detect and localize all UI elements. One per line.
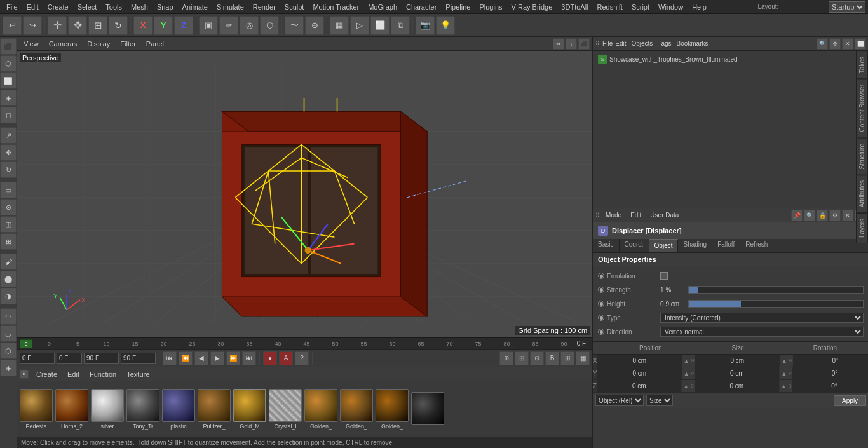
psr-z-pos[interactable] bbox=[597, 380, 682, 392]
draw-button[interactable]: ✏ bbox=[219, 16, 238, 35]
transport-extra-3[interactable]: ⊙ bbox=[530, 351, 544, 365]
transport-play-rev-button[interactable]: ◀ bbox=[194, 351, 208, 365]
vp-icon-2[interactable]: ↕ bbox=[566, 38, 577, 50]
transport-end-button[interactable]: ⏭ bbox=[242, 351, 256, 365]
attr-edit-menu[interactable]: Edit bbox=[627, 210, 644, 220]
material-golden-1[interactable]: Golden_ bbox=[304, 389, 337, 430]
rtab-takes[interactable]: Takes bbox=[856, 51, 868, 79]
attr-tab-refresh[interactable]: Refresh bbox=[740, 239, 773, 252]
stop-btn[interactable]: ⬜ bbox=[370, 16, 390, 35]
lt-sel-4[interactable]: ⊞ bbox=[0, 233, 17, 250]
y-axis-button[interactable]: Y bbox=[154, 16, 173, 35]
rtab-content-browser[interactable]: Content Browser bbox=[856, 79, 868, 137]
menu-motion-tracker[interactable]: Motion Tracker bbox=[309, 2, 363, 12]
transport-start-button[interactable]: ⏮ bbox=[163, 351, 177, 365]
transport-current-field[interactable] bbox=[57, 353, 82, 364]
attr-height-radio[interactable] bbox=[598, 301, 604, 307]
lt-tool-3[interactable]: ↻ bbox=[0, 161, 17, 178]
material-pedesta[interactable]: Pedesta bbox=[20, 389, 53, 430]
menu-sculpt[interactable]: Sculpt bbox=[281, 2, 308, 12]
lt-paint-2[interactable]: ⬤ bbox=[0, 271, 17, 287]
lt-paint-3[interactable]: ◑ bbox=[0, 288, 17, 304]
transport-record-button[interactable]: ● bbox=[263, 351, 277, 365]
attr-direction-dropdown[interactable]: Vertex normal bbox=[660, 327, 864, 337]
transport-prev-button[interactable]: ⏪ bbox=[179, 351, 193, 365]
material-crystal[interactable]: Crystal_l bbox=[269, 389, 302, 430]
psr-y-rot[interactable] bbox=[792, 367, 868, 379]
attr-search-button[interactable]: 🔍 bbox=[804, 210, 815, 221]
attr-settings-button[interactable]: ⚙ bbox=[829, 210, 841, 221]
lt-sculpt-3[interactable]: ⬡ bbox=[0, 343, 17, 359]
menu-vray[interactable]: V-Ray Bridge bbox=[508, 2, 557, 12]
attr-emulation-checkbox[interactable] bbox=[660, 272, 668, 280]
attr-strength-slider[interactable] bbox=[688, 286, 864, 294]
transport-extra-4[interactable]: B bbox=[545, 351, 559, 365]
lt-mode-4[interactable]: ◈ bbox=[0, 90, 17, 106]
attr-lock-button[interactable]: 🔒 bbox=[817, 210, 828, 221]
menu-character[interactable]: Character bbox=[402, 2, 440, 12]
menu-3dtoall[interactable]: 3DTtoAll bbox=[557, 2, 592, 12]
poly-button[interactable]: ⬡ bbox=[260, 16, 279, 35]
transport-auto-button[interactable]: A bbox=[279, 351, 293, 365]
attr-mode-menu[interactable]: Mode bbox=[602, 210, 625, 220]
attr-strength-radio[interactable] bbox=[598, 287, 604, 293]
obj-close-button[interactable]: ✕ bbox=[842, 38, 853, 50]
material-pulitzer[interactable]: Pulitzer_ bbox=[198, 389, 231, 430]
attr-type-dropdown[interactable]: Intensity (Centered) bbox=[660, 313, 864, 323]
transport-extra-5[interactable]: ⊞ bbox=[560, 351, 574, 365]
vp-menu-filter[interactable]: Filter bbox=[116, 39, 139, 49]
attr-direction-radio[interactable] bbox=[598, 329, 604, 335]
material-plastic[interactable]: plastic bbox=[162, 389, 195, 430]
vp-menu-display[interactable]: Display bbox=[83, 39, 114, 49]
material-silver[interactable]: silver bbox=[91, 389, 124, 430]
attr-type-radio[interactable] bbox=[598, 315, 604, 321]
transport-start-field[interactable] bbox=[20, 353, 55, 364]
lt-tool-1[interactable]: ↗ bbox=[0, 127, 17, 144]
vp-menu-cameras[interactable]: Cameras bbox=[45, 39, 81, 49]
material-extra[interactable] bbox=[411, 392, 444, 426]
menu-select[interactable]: Select bbox=[74, 2, 101, 12]
menu-snap[interactable]: Snap bbox=[153, 2, 177, 12]
attr-pin-button[interactable]: 📌 bbox=[791, 210, 803, 221]
transport-play-button[interactable]: ▶ bbox=[210, 351, 224, 365]
attr-tab-shading[interactable]: Shading bbox=[678, 239, 712, 252]
cube-button[interactable]: ▣ bbox=[199, 16, 218, 35]
vp-menu-view[interactable]: View bbox=[20, 39, 43, 49]
transport-extra-2[interactable]: ⊞ bbox=[515, 351, 529, 365]
mat-menu-edit[interactable]: Edit bbox=[65, 369, 82, 379]
material-gold[interactable]: Gold_M bbox=[233, 389, 266, 430]
lt-mode-3[interactable]: ⬜ bbox=[0, 72, 17, 89]
menu-tools[interactable]: Tools bbox=[102, 2, 126, 12]
vp-icon-1[interactable]: ⇔ bbox=[553, 38, 564, 50]
transport-help-button[interactable]: ? bbox=[295, 351, 309, 365]
material-golden-2[interactable]: Golden_ bbox=[340, 389, 373, 430]
psr-y-size[interactable] bbox=[695, 367, 780, 379]
attr-height-slider[interactable] bbox=[688, 300, 864, 308]
material-tony[interactable]: Tony_Tr bbox=[126, 389, 159, 430]
mat-menu-texture[interactable]: Texture bbox=[124, 369, 152, 379]
menu-help[interactable]: Help bbox=[688, 2, 710, 12]
apply-button[interactable]: Apply bbox=[834, 395, 866, 406]
attr-tab-falloff[interactable]: Falloff bbox=[712, 239, 740, 252]
layout-select[interactable]: Startup bbox=[829, 1, 865, 13]
menu-window[interactable]: Window bbox=[654, 2, 687, 12]
select-tool-button[interactable]: ✛ bbox=[48, 16, 67, 35]
x-axis-button[interactable]: X bbox=[133, 16, 153, 35]
vp-menu-panel[interactable]: Panel bbox=[142, 39, 168, 49]
lt-sel-1[interactable]: ▭ bbox=[0, 182, 17, 198]
menu-simulate[interactable]: Simulate bbox=[213, 2, 248, 12]
menu-create[interactable]: Create bbox=[44, 2, 72, 12]
lt-tool-2[interactable]: ✥ bbox=[0, 144, 17, 161]
menu-animate[interactable]: Animate bbox=[179, 2, 212, 12]
attr-userdata-menu[interactable]: User Data bbox=[647, 210, 682, 220]
obj-settings-button[interactable]: ⚙ bbox=[829, 38, 841, 50]
psr-x-pos[interactable] bbox=[597, 355, 682, 367]
attr-tab-basic[interactable]: Basic bbox=[593, 239, 619, 252]
obj-row-showcase[interactable]: S Showcase_with_Trophies_Brown_Illuminat… bbox=[595, 53, 866, 65]
mat-menu-function[interactable]: Function bbox=[87, 369, 119, 379]
attr-tab-coord[interactable]: Coord. bbox=[620, 239, 649, 252]
viewport-3d[interactable]: Perspective bbox=[17, 51, 592, 337]
transport-end-field[interactable] bbox=[84, 353, 119, 364]
obj-expand-button[interactable]: ⬜ bbox=[855, 38, 866, 50]
psr-coord-dropdown[interactable]: Object (Rel) bbox=[595, 395, 644, 406]
